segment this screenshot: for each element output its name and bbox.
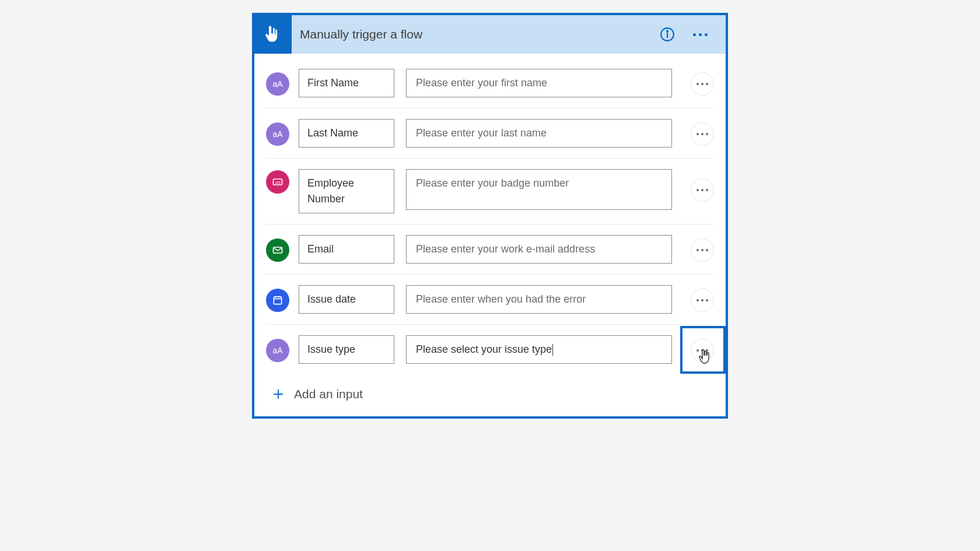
date-type-icon: [266, 289, 289, 312]
row-more-icon[interactable]: [691, 238, 714, 262]
info-icon[interactable]: [657, 24, 678, 45]
input-label-field[interactable]: Issue date: [299, 285, 394, 314]
input-label-field[interactable]: Email: [299, 235, 394, 264]
input-label-field[interactable]: Issue type: [299, 335, 394, 364]
input-label-field[interactable]: First Name: [299, 69, 394, 97]
input-label-field[interactable]: Last Name: [299, 119, 394, 148]
text-type-icon: aA: [266, 72, 289, 96]
input-description-field[interactable]: Please enter your work e-mail address: [406, 235, 672, 264]
input-row: aA Issue type Please select your issue t…: [266, 325, 714, 374]
inputs-list: aA First Name Please enter your first na…: [254, 54, 726, 374]
card-title: Manually trigger a flow: [292, 27, 657, 41]
text-cursor: [552, 344, 553, 356]
trigger-icon: [254, 15, 292, 54]
cursor-pointer-icon: [699, 349, 710, 364]
input-label-field[interactable]: Employee Number: [299, 169, 394, 213]
svg-point-2: [667, 31, 668, 32]
svg-rect-6: [274, 297, 281, 304]
row-more-icon[interactable]: [691, 122, 714, 146]
input-description-field[interactable]: Please enter when you had the error: [406, 285, 672, 314]
input-row: Issue date Please enter when you had the…: [266, 275, 714, 325]
input-row: 123 Employee Number Please enter your ba…: [266, 159, 714, 224]
add-input-label: Add an input: [294, 387, 363, 401]
input-description-field[interactable]: Please enter your first name: [406, 69, 672, 97]
row-more-icon[interactable]: [691, 178, 714, 202]
trigger-card: Manually trigger a flow aA First Name Pl…: [252, 13, 728, 419]
input-row: aA First Name Please enter your first na…: [266, 58, 714, 108]
email-type-icon: [266, 238, 289, 262]
input-description-field[interactable]: Please select your issue type: [406, 335, 672, 364]
input-description-field[interactable]: Please enter your last name: [406, 119, 672, 148]
svg-text:123: 123: [275, 181, 281, 184]
add-input-button[interactable]: Add an input: [254, 374, 726, 416]
header-actions: [657, 24, 721, 45]
input-row: Email Please enter your work e-mail addr…: [266, 224, 714, 275]
text-type-icon: aA: [266, 339, 289, 362]
text-type-icon: aA: [266, 122, 289, 146]
row-more-icon[interactable]: [691, 289, 714, 312]
number-type-icon: 123: [266, 170, 289, 194]
header-more-icon[interactable]: [690, 24, 710, 45]
input-description-field[interactable]: Please enter your badge number: [406, 169, 672, 210]
card-header: Manually trigger a flow: [254, 15, 726, 54]
input-description-text: Please select your issue type: [416, 343, 552, 355]
row-more-icon[interactable]: [691, 72, 714, 96]
input-row: aA Last Name Please enter your last name: [266, 108, 714, 159]
